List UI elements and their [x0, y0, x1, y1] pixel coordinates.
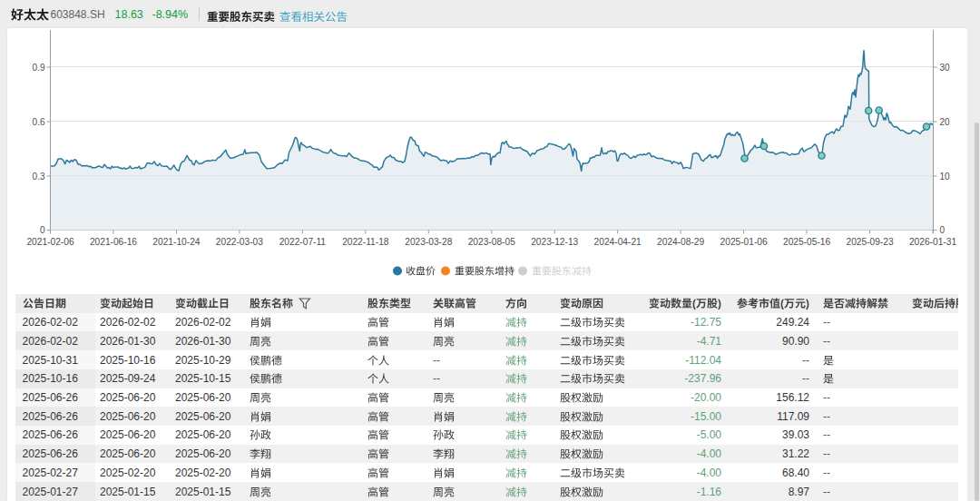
svg-text:2026-01-31: 2026-01-31: [909, 237, 956, 247]
svg-text:2022-07-11: 2022-07-11: [279, 237, 327, 247]
svg-text:2022-03-03: 2022-03-03: [216, 237, 263, 247]
svg-text:2021-06-16: 2021-06-16: [90, 237, 137, 247]
svg-text:10: 10: [940, 172, 951, 182]
svg-text:2021-02-06: 2021-02-06: [26, 237, 74, 247]
svg-text:2022-11-18: 2022-11-18: [342, 237, 389, 247]
svg-text:0.9: 0.9: [33, 63, 45, 73]
svg-text:2025-05-16: 2025-05-16: [783, 237, 830, 247]
svg-text:2021-10-24: 2021-10-24: [152, 237, 200, 247]
svg-text:0.6: 0.6: [33, 117, 45, 127]
svg-text:2023-08-05: 2023-08-05: [468, 237, 515, 247]
svg-text:30: 30: [940, 63, 951, 73]
svg-text:2025-01-06: 2025-01-06: [720, 237, 768, 247]
svg-text:2024-04-21: 2024-04-21: [594, 237, 642, 247]
svg-text:20: 20: [940, 117, 951, 127]
svg-text:0: 0: [40, 225, 45, 235]
svg-text:2024-08-29: 2024-08-29: [657, 237, 704, 247]
svg-text:0: 0: [940, 225, 946, 235]
svg-text:0.3: 0.3: [33, 172, 45, 182]
svg-text:2023-12-13: 2023-12-13: [531, 237, 578, 247]
svg-text:2025-09-23: 2025-09-23: [846, 237, 893, 247]
svg-text:2023-03-28: 2023-03-28: [405, 237, 452, 247]
